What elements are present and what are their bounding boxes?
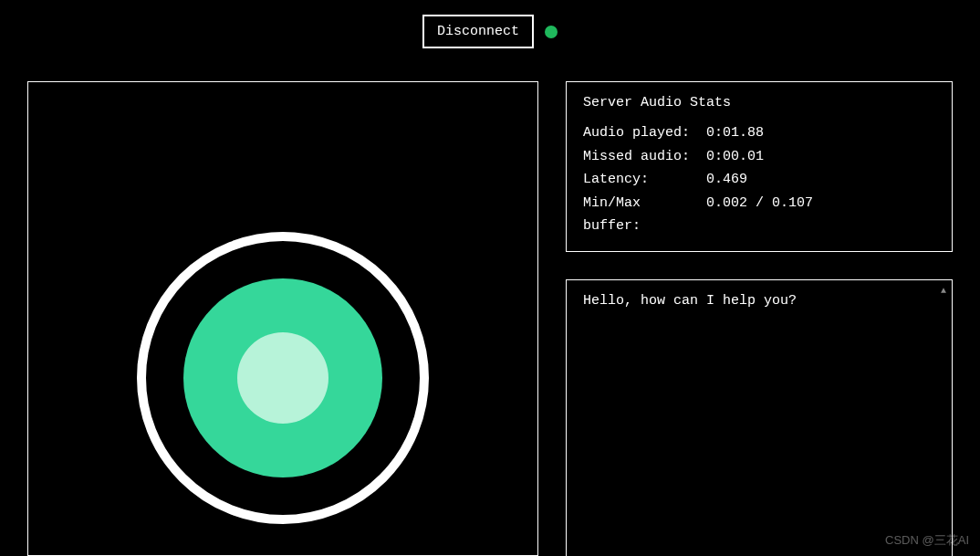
stats-value: 0.469: [706, 168, 935, 192]
stats-panel: Server Audio Stats Audio played: 0:01.88…: [566, 81, 953, 252]
connection-status-icon: [545, 26, 558, 38]
transcript-panel[interactable]: ▲ Hello, how can I help you?: [566, 279, 953, 557]
stats-label: Missed audio:: [583, 145, 706, 169]
right-column: Server Audio Stats Audio played: 0:01.88…: [566, 81, 953, 556]
stats-title: Server Audio Stats: [583, 95, 935, 110]
watermark-text: CSDN @三花AI: [885, 532, 969, 549]
visualizer-inner-circle: [237, 332, 328, 424]
stats-value: 0:01.88: [706, 121, 935, 145]
audio-visualizer: [137, 232, 429, 524]
stats-label: Latency:: [583, 168, 706, 192]
stats-value: 0:00.01: [706, 145, 935, 169]
stats-label: Audio played:: [583, 121, 706, 145]
stats-row-missed-audio: Missed audio: 0:00.01: [583, 145, 935, 169]
main-content: Server Audio Stats Audio played: 0:01.88…: [0, 63, 980, 556]
stats-label: Min/Max buffer:: [583, 192, 706, 238]
stats-value: 0.002 / 0.107: [706, 192, 935, 238]
header-bar: Disconnect: [0, 0, 980, 63]
stats-row-latency: Latency: 0.469: [583, 168, 935, 192]
audio-visualizer-panel: [27, 81, 538, 556]
stats-row-audio-played: Audio played: 0:01.88: [583, 121, 935, 145]
stats-row-buffer: Min/Max buffer: 0.002 / 0.107: [583, 192, 935, 238]
disconnect-button[interactable]: Disconnect: [422, 15, 534, 48]
scroll-up-icon: ▲: [941, 286, 946, 296]
transcript-text: Hello, how can I help you?: [583, 293, 935, 309]
